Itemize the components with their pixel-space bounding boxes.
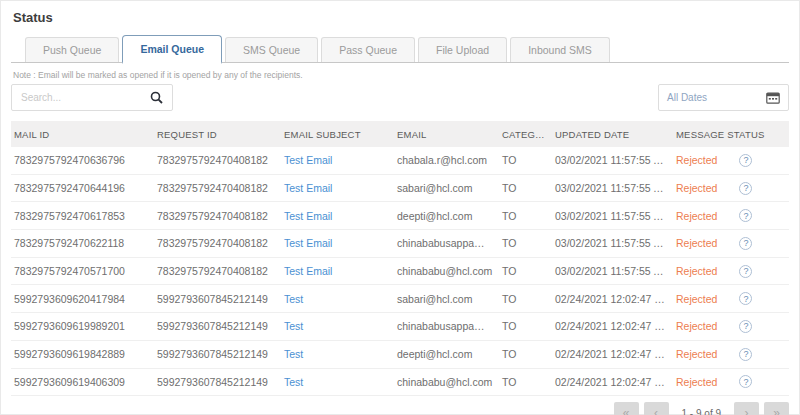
message-status-cell: Rejected ? — [673, 265, 789, 278]
search-icon[interactable] — [150, 91, 163, 104]
email-cell: deepti@hcl.com — [394, 210, 499, 222]
message-status-cell: Rejected ? — [673, 154, 789, 167]
help-icon[interactable]: ? — [739, 182, 752, 195]
category-cell: TO — [499, 265, 552, 277]
email-queue-table: MAIL IDREQUEST IDEMAIL SUBJECTEMAILCATEG… — [11, 121, 789, 396]
tab-pass-queue[interactable]: Pass Queue — [321, 37, 415, 62]
category-cell: TO — [499, 293, 552, 305]
status-badge: Rejected — [676, 320, 717, 332]
mail-id-cell: 5992793609619842889 — [11, 348, 154, 360]
email-subject-link[interactable]: Test Email — [281, 182, 394, 194]
category-cell: TO — [499, 154, 552, 166]
email-subject-link[interactable]: Test — [281, 348, 394, 360]
request-id-cell: 7832975792470408182 — [154, 182, 281, 194]
column-header: CATEGORY — [499, 129, 552, 140]
email-cell: deepti@hcl.com — [394, 348, 499, 360]
table-row: 7832975792470644196 7832975792470408182 … — [11, 175, 789, 203]
email-cell: chinababusappa@gmail.com — [394, 237, 499, 249]
status-badge: Rejected — [676, 348, 717, 360]
updated-date-cell: 03/02/2021 11:57:55 AM WEST — [552, 182, 673, 194]
table-row: 7832975792470622118 7832975792470408182 … — [11, 230, 789, 258]
category-cell: TO — [499, 320, 552, 332]
mail-id-cell: 5992793609619406309 — [11, 376, 154, 388]
status-badge: Rejected — [676, 182, 717, 194]
table-row: 5992793609619989201 5992793607845212149 … — [11, 313, 789, 341]
category-cell: TO — [499, 376, 552, 388]
status-badge: Rejected — [676, 265, 717, 277]
updated-date-cell: 03/02/2021 11:57:55 AM WEST — [552, 154, 673, 166]
category-cell: TO — [499, 348, 552, 360]
email-cell: sabari@hcl.com — [394, 293, 499, 305]
email-subject-link[interactable]: Test Email — [281, 237, 394, 249]
first-page-button[interactable]: « — [614, 402, 639, 415]
help-icon[interactable]: ? — [739, 375, 752, 388]
email-subject-link[interactable]: Test — [281, 293, 394, 305]
table-row: 7832975792470617853 7832975792470408182 … — [11, 202, 789, 230]
request-id-cell: 5992793607845212149 — [154, 320, 281, 332]
status-badge: Rejected — [676, 293, 717, 305]
email-cell: chabala.r@hcl.com — [394, 154, 499, 166]
tab-email-queue[interactable]: Email Queue — [122, 35, 222, 64]
column-header: REQUEST ID — [154, 129, 281, 140]
column-header: MESSAGE STATUS — [673, 129, 789, 140]
help-icon[interactable]: ? — [739, 209, 752, 222]
updated-date-cell: 03/02/2021 11:57:55 AM WEST — [552, 210, 673, 222]
tab-push-queue[interactable]: Push Queue — [25, 37, 119, 62]
help-icon[interactable]: ? — [739, 237, 752, 250]
message-status-cell: Rejected ? — [673, 237, 789, 250]
email-subject-link[interactable]: Test Email — [281, 265, 394, 277]
message-status-cell: Rejected ? — [673, 320, 789, 333]
category-cell: TO — [499, 237, 552, 249]
message-status-cell: Rejected ? — [673, 348, 789, 361]
note-text: Note : Email will be marked as opened if… — [13, 70, 787, 80]
status-badge: Rejected — [676, 376, 717, 388]
date-filter[interactable]: All Dates — [658, 84, 789, 111]
prev-page-button[interactable]: ‹ — [644, 402, 669, 415]
tab-sms-queue[interactable]: SMS Queue — [225, 37, 318, 62]
search-box — [11, 84, 173, 111]
email-subject-link[interactable]: Test Email — [281, 210, 394, 222]
email-cell: chinababusappa@gmail.com — [394, 320, 499, 332]
email-cell: sabari@hcl.com — [394, 182, 499, 194]
status-page: Status Push QueueEmail QueueSMS QueuePas… — [0, 0, 800, 415]
email-subject-link[interactable]: Test Email — [281, 154, 394, 166]
help-icon[interactable]: ? — [739, 348, 752, 361]
mail-id-cell: 5992793609620417984 — [11, 293, 154, 305]
mail-id-cell: 7832975792470622118 — [11, 237, 154, 249]
page-info: 1 - 9 of 9 — [682, 408, 721, 415]
request-id-cell: 5992793607845212149 — [154, 376, 281, 388]
help-icon[interactable]: ? — [739, 154, 752, 167]
email-subject-link[interactable]: Test — [281, 320, 394, 332]
updated-date-cell: 02/24/2021 12:02:47 PM WEST — [552, 376, 673, 388]
table-row: 7832975792470571700 7832975792470408182 … — [11, 258, 789, 286]
message-status-cell: Rejected ? — [673, 375, 789, 388]
pagination: « ‹ 1 - 9 of 9 › » — [11, 402, 789, 415]
last-page-button[interactable]: » — [764, 402, 789, 415]
updated-date-cell: 02/24/2021 12:02:47 PM WEST — [552, 320, 673, 332]
help-icon[interactable]: ? — [739, 320, 752, 333]
date-filter-value: All Dates — [667, 92, 707, 103]
email-subject-link[interactable]: Test — [281, 376, 394, 388]
tabs: Push QueueEmail QueueSMS QueuePass Queue… — [11, 35, 789, 63]
column-header: EMAIL — [394, 129, 499, 140]
table-row: 5992793609619406309 5992793607845212149 … — [11, 369, 789, 397]
help-icon[interactable]: ? — [739, 265, 752, 278]
help-icon[interactable]: ? — [739, 292, 752, 305]
calendar-icon[interactable] — [766, 92, 780, 104]
request-id-cell: 7832975792470408182 — [154, 265, 281, 277]
request-id-cell: 5992793607845212149 — [154, 293, 281, 305]
tab-file-upload[interactable]: File Upload — [418, 37, 507, 62]
tab-inbound-sms[interactable]: Inbound SMS — [510, 37, 610, 62]
next-page-button[interactable]: › — [734, 402, 759, 415]
table-row: 7832975792470636796 7832975792470408182 … — [11, 147, 789, 175]
mail-id-cell: 7832975792470617853 — [11, 210, 154, 222]
column-header: UPDATED DATE — [552, 129, 673, 140]
email-cell: chinababu@hcl.com — [394, 265, 499, 277]
table-body: 7832975792470636796 7832975792470408182 … — [11, 147, 789, 396]
status-badge: Rejected — [676, 210, 717, 222]
table-row: 5992793609620417984 5992793607845212149 … — [11, 285, 789, 313]
request-id-cell: 7832975792470408182 — [154, 237, 281, 249]
search-input[interactable] — [21, 92, 150, 103]
toolbar: All Dates — [11, 84, 789, 111]
updated-date-cell: 02/24/2021 12:02:47 PM WEST — [552, 293, 673, 305]
